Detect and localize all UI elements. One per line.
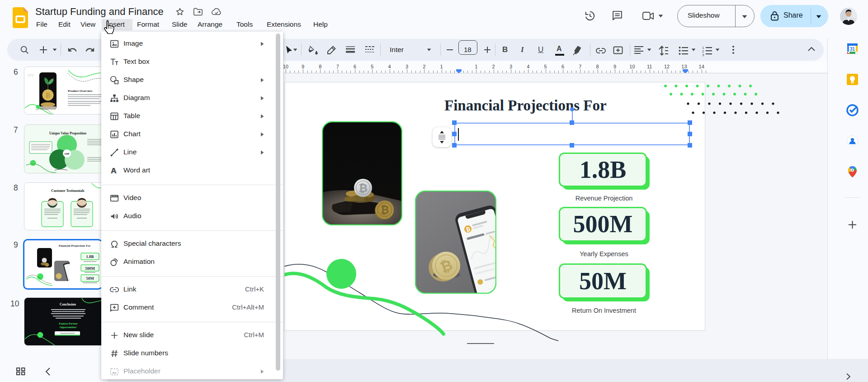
svg-text:₿: ₿ xyxy=(46,92,51,99)
svg-text:₿: ₿ xyxy=(381,204,389,216)
svg-text:31: 31 xyxy=(850,47,855,52)
svg-text:500M: 500M xyxy=(85,266,95,271)
svg-text:Unique Value Proposition: Unique Value Proposition xyxy=(49,131,87,135)
svg-text:UVP: UVP xyxy=(65,153,70,155)
svg-text:Customer Testimonials: Customer Testimonials xyxy=(51,189,84,193)
svg-text:₿: ₿ xyxy=(359,182,368,194)
svg-text:1.8B: 1.8B xyxy=(86,254,94,259)
svg-text:50M: 50M xyxy=(86,276,94,281)
svg-text:Explore Partner: Explore Partner xyxy=(59,322,78,325)
svg-text:Product Overview: Product Overview xyxy=(68,89,93,93)
svg-text:Opportunities!: Opportunities! xyxy=(60,326,77,329)
svg-text:Conclusion: Conclusion xyxy=(60,302,76,306)
svg-text:A: A xyxy=(111,166,117,175)
svg-text:Financial Projections For: Financial Projections For xyxy=(59,244,91,247)
svg-text:3: 3 xyxy=(702,53,704,56)
